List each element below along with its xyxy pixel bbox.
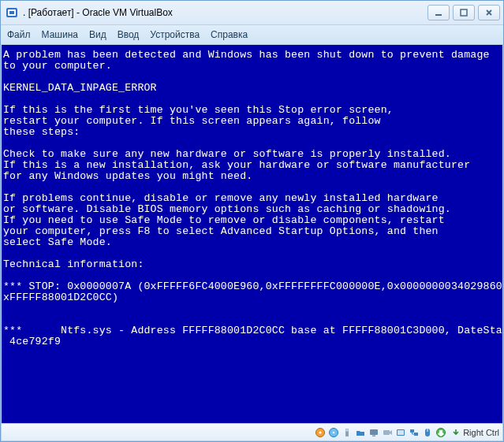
menu-machine[interactable]: Машина [42, 29, 78, 40]
svg-rect-2 [9, 11, 14, 14]
bsod-error-name: KERNEL_DATA_INPAGE_ERROR [3, 82, 157, 94]
bsod-line: Check to make sure any new hardware or s… [3, 148, 451, 160]
bsod-stop-code: xFFFFF88001D2C0CC) [3, 292, 118, 303]
bsod-stop-code: *** STOP: 0x0000007A (0xFFFFF6FC4000E960… [3, 280, 502, 292]
window-controls [427, 5, 500, 20]
audio-icon[interactable] [394, 426, 406, 438]
svg-rect-16 [410, 429, 414, 433]
bsod-line: A problem has been detected and Windows … [3, 49, 490, 61]
host-key-indicator[interactable]: Right Ctrl [451, 428, 499, 437]
bsod-line: to your computer. [3, 60, 112, 72]
bsod-tech-header: Technical information: [3, 258, 144, 270]
menubar: Файл Машина Вид Ввод Устройства Справка [1, 25, 503, 45]
menu-input[interactable]: Ввод [118, 29, 140, 40]
hard-disk-icon[interactable] [314, 426, 326, 438]
guest-screen-bsod: A problem has been detected and Windows … [2, 45, 502, 423]
bsod-line: or software. Disable BIOS memory options… [3, 203, 451, 215]
bsod-line: your computer, press F8 to select Advanc… [3, 225, 439, 237]
bsod-module-line: 4ce792f9 [3, 336, 61, 347]
svg-rect-10 [345, 429, 348, 431]
svg-rect-12 [372, 435, 375, 436]
menu-view[interactable]: Вид [89, 29, 106, 40]
svg-rect-4 [461, 9, 467, 16]
usb-icon[interactable] [341, 426, 353, 438]
display-icon[interactable] [368, 426, 379, 438]
svg-rect-3 [435, 14, 442, 16]
mouse-integration-icon[interactable] [421, 426, 433, 438]
svg-point-8 [332, 431, 334, 433]
virtualbox-window: . [Работает] - Oracle VM VirtualBox Файл… [0, 0, 504, 442]
bsod-line: If this is the first time you've seen th… [3, 104, 394, 116]
shared-folders-icon[interactable] [354, 426, 366, 438]
minimize-button[interactable] [427, 5, 450, 20]
titlebar[interactable]: . [Работает] - Oracle VM VirtualBox [1, 1, 503, 25]
close-button[interactable] [478, 5, 500, 20]
statusbar: Right Ctrl [2, 423, 502, 440]
bsod-line: If this is a new installation, ask your … [3, 159, 470, 171]
menu-help[interactable]: Справка [211, 29, 248, 40]
optical-disk-icon[interactable] [327, 426, 339, 438]
bsod-line: restart your computer. If this screen ap… [3, 115, 381, 127]
bsod-line: for any Windows updates you might need. [3, 170, 252, 182]
host-key-label: Right Ctrl [463, 428, 499, 437]
bsod-line: select Safe Mode. [3, 236, 112, 248]
svg-rect-15 [398, 430, 404, 435]
bsod-line: these steps: [3, 126, 80, 138]
window-title: . [Работает] - Oracle VM VirtualBox [23, 7, 427, 18]
maximize-button[interactable] [453, 5, 475, 20]
recording-icon[interactable] [381, 426, 393, 438]
menu-devices[interactable]: Устройства [150, 29, 200, 40]
bsod-line: If problems continue, disable or remove … [3, 192, 439, 204]
svg-point-6 [319, 431, 321, 433]
svg-rect-17 [414, 433, 418, 436]
bsod-module-line: *** Ntfs.sys - Address FFFFF88001D2C0CC … [3, 325, 502, 336]
virtualbox-icon [6, 6, 18, 19]
bsod-line: If you need to use Safe Mode to remove o… [3, 214, 445, 226]
svg-rect-11 [370, 429, 378, 435]
arrow-down-icon [451, 428, 461, 437]
menu-file[interactable]: Файл [7, 29, 31, 40]
network-icon[interactable] [408, 426, 420, 438]
svg-rect-13 [383, 430, 390, 435]
keyboard-captured-icon[interactable] [435, 426, 446, 438]
